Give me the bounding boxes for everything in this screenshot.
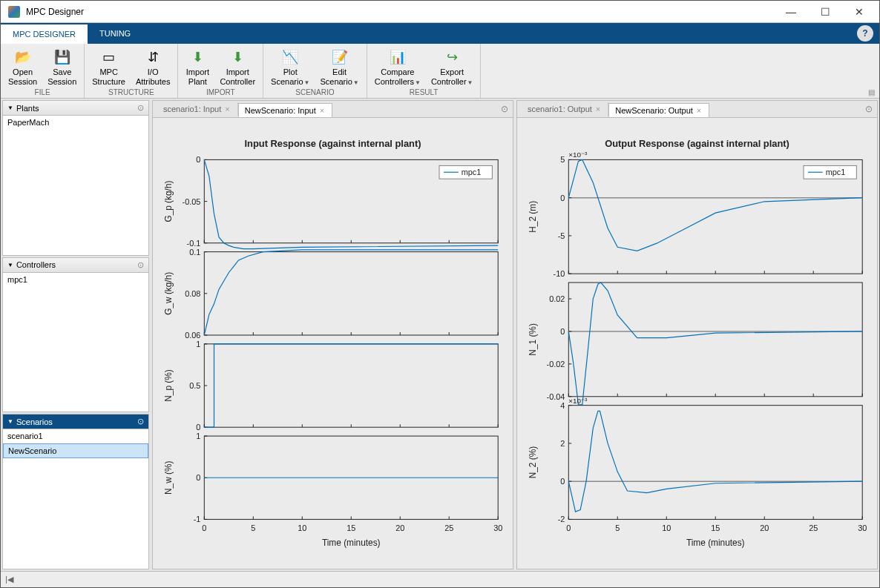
svg-text:0.5: 0.5	[189, 381, 200, 390]
compare-controllers-button[interactable]: 📊Compare Controllers▼	[370, 47, 425, 87]
gear-icon[interactable]: ⊙	[496, 104, 513, 114]
save-icon: 💾	[53, 48, 71, 66]
svg-text:20: 20	[395, 524, 404, 533]
svg-text:0: 0	[560, 327, 565, 336]
gear-icon[interactable]: ⊙	[137, 103, 144, 113]
close-icon[interactable]: ×	[320, 106, 324, 115]
export-controller-button[interactable]: ↪Export Controller▼	[427, 47, 478, 87]
open-session-button[interactable]: 📂Open Session	[4, 47, 42, 87]
svg-text:15: 15	[711, 524, 720, 533]
svg-rect-19	[204, 252, 498, 335]
svg-text:G_w  (kg/h): G_w (kg/h)	[163, 272, 174, 315]
svg-text:4: 4	[560, 401, 565, 410]
svg-text:G_p  (kg/h): G_p (kg/h)	[163, 181, 174, 222]
window-title: MPC Designer	[24, 7, 774, 17]
import-down-icon: ⬇	[229, 48, 246, 66]
svg-text:-0.02: -0.02	[547, 360, 565, 369]
svg-text:20: 20	[760, 524, 769, 533]
tab-tuning[interactable]: TUNING	[88, 23, 142, 44]
section-result-label: RESULT	[367, 87, 481, 98]
svg-text:15: 15	[347, 524, 355, 533]
svg-text:0: 0	[196, 423, 200, 432]
gear-icon[interactable]: ⊙	[137, 260, 144, 270]
plants-header[interactable]: ▼Plants⊙	[3, 101, 148, 116]
plot-scenario-button[interactable]: 📉Plot Scenario▼	[266, 47, 314, 87]
svg-rect-113	[568, 406, 862, 520]
svg-text:H_2  (m): H_2 (m)	[528, 201, 538, 233]
tab-scenario1-input[interactable]: scenario1: Input×	[157, 102, 238, 116]
gear-icon[interactable]: ⊙	[137, 417, 144, 426]
sliders-icon: ⇵	[144, 48, 162, 66]
svg-text:N_2  (%): N_2 (%)	[528, 446, 538, 479]
close-button[interactable]: ✕	[842, 1, 876, 23]
svg-text:-2: -2	[558, 515, 565, 524]
svg-text:1: 1	[196, 432, 200, 440]
svg-text:-0.04: -0.04	[547, 392, 565, 401]
gear-icon[interactable]: ⊙	[861, 104, 877, 114]
section-scenario-label: SCENARIO	[263, 87, 367, 98]
svg-text:-0.1: -0.1	[187, 239, 201, 248]
import-plant-button[interactable]: ⬇Import Plant	[181, 47, 214, 87]
svg-text:Time (minutes): Time (minutes)	[322, 538, 381, 548]
svg-text:0.06: 0.06	[185, 331, 200, 340]
svg-text:×10⁻³: ×10⁻³	[568, 151, 588, 159]
controllers-header[interactable]: ▼Controllers⊙	[3, 258, 148, 273]
output-response-chart: Output Response (against internal plant)…	[517, 118, 877, 569]
list-item[interactable]: NewScenario	[3, 443, 148, 458]
close-icon[interactable]: ×	[697, 106, 701, 115]
scenarios-panel: ▼Scenarios⊙ scenario1NewScenario	[2, 414, 149, 569]
close-icon[interactable]: ×	[225, 105, 229, 113]
export-icon: ↪	[443, 48, 461, 66]
list-item[interactable]: scenario1	[3, 429, 148, 443]
close-icon[interactable]: ×	[596, 105, 600, 113]
svg-text:0: 0	[560, 477, 565, 486]
svg-text:0: 0	[196, 156, 200, 165]
section-structure-label: STRUCTURE	[85, 87, 177, 98]
svg-text:0: 0	[202, 524, 206, 533]
section-file-label: FILE	[1, 87, 84, 98]
svg-text:-5: -5	[558, 231, 565, 240]
svg-rect-34	[204, 344, 498, 427]
maximize-button[interactable]: ☐	[808, 1, 842, 23]
compare-icon: 📊	[389, 48, 407, 66]
scenarios-header[interactable]: ▼Scenarios⊙	[3, 414, 148, 429]
input-response-chart: Input Response (against internal plant)0…	[153, 118, 513, 569]
svg-text:0.02: 0.02	[549, 294, 565, 303]
tab-scenario1-output[interactable]: scenario1: Output×	[522, 102, 608, 116]
io-attributes-button[interactable]: ⇵I/O Attributes	[131, 47, 174, 87]
svg-text:5: 5	[615, 524, 620, 533]
collapse-icon[interactable]: |◀	[5, 575, 13, 584]
import-controller-button[interactable]: ⬇Import Controller	[215, 47, 260, 87]
svg-text:0: 0	[196, 473, 200, 482]
svg-text:Output Response (against inter: Output Response (against internal plant)	[605, 138, 789, 149]
tab-mpc-designer[interactable]: MPC DESIGNER	[1, 23, 88, 44]
import-down-icon: ⬇	[188, 48, 206, 66]
help-button[interactable]: ?	[857, 25, 873, 42]
save-session-button[interactable]: 💾Save Session	[43, 47, 81, 87]
svg-text:10: 10	[662, 524, 671, 533]
svg-text:mpc1: mpc1	[462, 168, 482, 176]
svg-text:25: 25	[809, 524, 818, 533]
tab-newscenario-input[interactable]: NewScenario: Input×	[238, 103, 332, 117]
svg-text:Time (minutes): Time (minutes)	[686, 538, 745, 548]
mpc-structure-button[interactable]: ▭MPC Structure	[88, 47, 130, 87]
svg-text:N_w  (%): N_w (%)	[163, 461, 174, 495]
svg-text:×10⁻³: ×10⁻³	[568, 397, 588, 405]
svg-text:2: 2	[560, 439, 565, 448]
svg-text:-10: -10	[554, 269, 565, 278]
menu-bar: MPC DESIGNER TUNING ?	[1, 23, 879, 44]
tab-newscenario-output[interactable]: NewScenario: Output×	[608, 103, 709, 117]
list-item[interactable]: mpc1	[3, 273, 148, 287]
list-item[interactable]: PaperMach	[3, 116, 148, 130]
section-import-label: IMPORT	[178, 87, 263, 98]
folder-open-icon: 📂	[14, 48, 32, 66]
svg-text:30: 30	[493, 524, 502, 533]
svg-text:mpc1: mpc1	[826, 168, 846, 176]
svg-text:30: 30	[858, 524, 867, 533]
output-charts-panel: scenario1: Output× NewScenario: Output× …	[516, 100, 878, 569]
svg-text:Input Response (against intern: Input Response (against internal plant)	[245, 138, 421, 149]
edit-scenario-button[interactable]: 📝Edit Scenario▼	[315, 47, 363, 87]
svg-text:25: 25	[444, 524, 453, 533]
svg-text:-1: -1	[194, 515, 201, 524]
minimize-button[interactable]: —	[774, 1, 808, 23]
